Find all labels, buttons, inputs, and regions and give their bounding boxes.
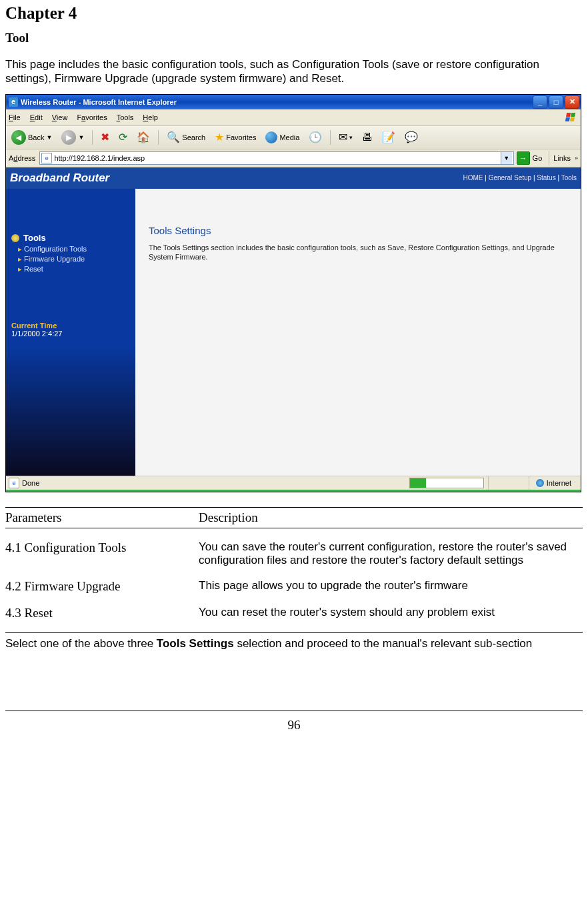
edit-button[interactable]: 📝 xyxy=(379,129,398,145)
sidebar-item-firmware-upgrade[interactable]: Firmware Upgrade xyxy=(18,254,130,264)
messenger-icon: 💬 xyxy=(405,131,418,143)
param-reset: 4.3 Reset xyxy=(5,606,199,620)
internet-zone-icon xyxy=(536,479,544,487)
window-minimize-button[interactable]: _ xyxy=(533,95,547,109)
chevron-down-icon: ▾ xyxy=(349,134,353,141)
toolbar-separator xyxy=(330,130,331,145)
menu-favorites[interactable]: Favorites xyxy=(77,113,107,121)
table-row: 4.2 Firmware Upgrade This page allows yo… xyxy=(5,567,583,594)
menu-file[interactable]: File xyxy=(9,113,21,121)
menu-tools[interactable]: Tools xyxy=(117,113,134,121)
address-dropdown-button[interactable]: ▼ xyxy=(501,152,512,164)
media-label: Media xyxy=(279,133,299,141)
links-expand-icon[interactable]: » xyxy=(575,155,578,161)
footer-rule xyxy=(5,711,583,711)
toolbar: ◄ Back ▼ ► ▼ ✖ ⟳ 🏠 🔍Search ★Favorites Me… xyxy=(6,126,581,149)
messenger-button[interactable]: 💬 xyxy=(402,129,421,145)
ie-logo-icon: e xyxy=(9,97,18,107)
address-label: Address xyxy=(9,154,35,162)
page-icon: e xyxy=(9,478,19,488)
nav-status[interactable]: Status xyxy=(537,174,555,181)
router-header: Broadband Router HOME | General Setup | … xyxy=(6,167,581,189)
media-button[interactable]: Media xyxy=(263,130,302,145)
nav-tools[interactable]: Tools xyxy=(561,174,577,181)
header-description: Description xyxy=(199,510,583,525)
print-button[interactable]: 🖶 xyxy=(359,130,375,145)
menu-view[interactable]: View xyxy=(52,113,68,121)
bottom-accent-bar xyxy=(6,490,581,492)
refresh-button[interactable]: ⟳ xyxy=(116,129,130,145)
sidebar-item-config-tools[interactable]: Configuration Tools xyxy=(18,244,130,254)
back-label: Back xyxy=(28,133,44,141)
section-title: Tool xyxy=(5,31,583,45)
table-row: 4.1 Configuration Tools You can save the… xyxy=(5,528,583,567)
intro-paragraph: This page includes the basic configurati… xyxy=(5,57,583,86)
footnote-bold: Tools Settings xyxy=(157,637,234,650)
table-row: 4.3 Reset You can reset the router's sys… xyxy=(5,594,583,620)
progress-bar xyxy=(409,478,484,488)
window-maximize-button[interactable]: □ xyxy=(549,95,563,109)
chevron-down-icon: ▼ xyxy=(46,134,52,141)
ie-window: e Wireless Router - Microsoft Internet E… xyxy=(5,94,581,492)
statusbar: e Done Internet xyxy=(6,476,581,490)
param-config-tools: 4.1 Configuration Tools xyxy=(5,540,199,567)
print-icon: 🖶 xyxy=(362,131,373,143)
status-zone-label: Internet xyxy=(547,479,571,487)
sidebar-title: Tools xyxy=(23,233,130,243)
addressbar: Address e http://192.168.2.1/index.asp ▼… xyxy=(6,149,581,167)
pin-icon xyxy=(11,234,19,242)
go-button[interactable]: → xyxy=(517,151,530,165)
router-brand: Broadband Router xyxy=(10,171,109,185)
page-number: 96 xyxy=(5,718,583,733)
history-icon: 🕒 xyxy=(309,131,322,143)
menu-help[interactable]: Help xyxy=(143,113,158,121)
status-zone: Internet xyxy=(529,476,578,490)
header-parameters: Parameters xyxy=(5,510,199,525)
history-button[interactable]: 🕒 xyxy=(306,129,325,145)
toolbar-separator xyxy=(549,151,549,165)
router-top-nav: HOME | General Setup | Status | Tools xyxy=(463,174,577,181)
forward-button[interactable]: ► ▼ xyxy=(59,129,87,146)
param-firmware-upgrade: 4.2 Firmware Upgrade xyxy=(5,579,199,594)
stop-button[interactable]: ✖ xyxy=(98,129,112,145)
tools-settings-title: Tools Settings xyxy=(149,225,567,236)
toolbar-separator xyxy=(158,130,159,145)
stop-icon: ✖ xyxy=(101,131,109,143)
search-button[interactable]: 🔍Search xyxy=(164,129,208,145)
address-input[interactable]: e http://192.168.2.1/index.asp ▼ xyxy=(39,151,513,165)
footnote-suffix: selection and proceed to the manual's re… xyxy=(234,637,532,650)
nav-home[interactable]: HOME xyxy=(463,174,483,181)
status-done: Done xyxy=(22,479,39,487)
star-icon: ★ xyxy=(215,131,224,143)
favorites-label: Favorites xyxy=(226,133,256,141)
forward-arrow-icon: ► xyxy=(61,130,76,145)
home-button[interactable]: 🏠 xyxy=(134,129,153,145)
desc-firmware-upgrade: This page allows you to upgrade the rout… xyxy=(199,579,583,594)
footnote-prefix: Select one of the above three xyxy=(5,637,157,650)
back-button[interactable]: ◄ Back ▼ xyxy=(9,129,55,146)
footnote: Select one of the above three Tools Sett… xyxy=(5,637,583,650)
mail-icon: ✉ xyxy=(339,131,347,143)
desc-config-tools: You can save the router's current config… xyxy=(199,540,583,567)
page-icon: e xyxy=(41,153,52,163)
tools-settings-desc: The Tools Settings section includes the … xyxy=(149,243,567,262)
address-value: http://192.168.2.1/index.asp xyxy=(54,154,500,162)
sidebar: Tools Configuration Tools Firmware Upgra… xyxy=(6,189,135,476)
menu-edit[interactable]: Edit xyxy=(30,113,43,121)
links-label[interactable]: Links xyxy=(553,154,571,162)
table-bottom-rule xyxy=(5,632,583,633)
current-time-value: 1/1/2000 2:4:27 xyxy=(11,330,130,338)
home-icon: 🏠 xyxy=(137,131,150,143)
main-pane: Tools Settings The Tools Settings sectio… xyxy=(135,189,581,476)
search-icon: 🔍 xyxy=(167,131,180,143)
window-close-button[interactable]: ✕ xyxy=(565,95,579,109)
table-header-row: Parameters Description xyxy=(5,507,583,528)
media-icon xyxy=(265,131,277,143)
chapter-title: Chapter 4 xyxy=(5,4,583,23)
favorites-button[interactable]: ★Favorites xyxy=(212,129,259,145)
current-time-label: Current Time xyxy=(11,322,130,330)
mail-button[interactable]: ✉▾ xyxy=(336,129,355,145)
nav-general-setup[interactable]: General Setup xyxy=(489,174,532,181)
sidebar-item-reset[interactable]: Reset xyxy=(18,264,130,274)
windows-flag-icon xyxy=(562,111,578,123)
